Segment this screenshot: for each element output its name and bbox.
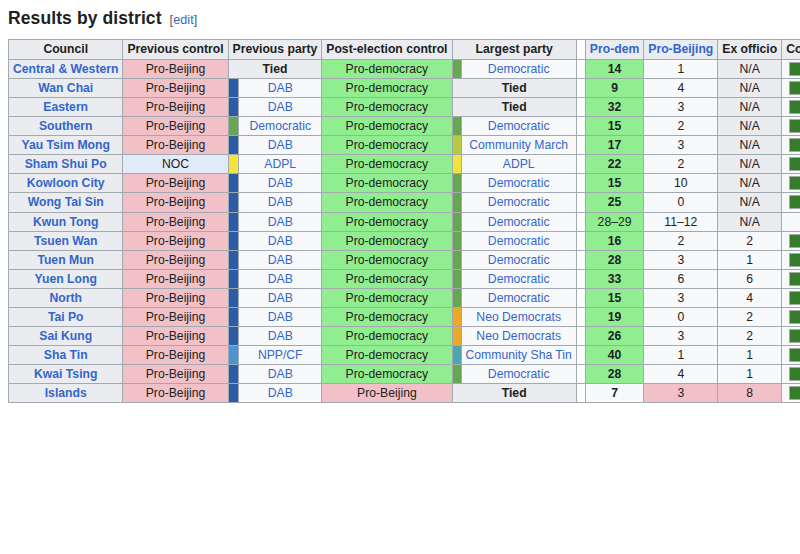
- previous-party-link[interactable]: Democratic: [249, 119, 311, 133]
- header-row: Council Previous control Previous party …: [9, 40, 800, 60]
- largest-party-link[interactable]: ADPL: [503, 157, 535, 171]
- previous-party-color-strip: [228, 79, 239, 98]
- council-link[interactable]: Kwai Tsing: [34, 367, 97, 381]
- previous-party-link[interactable]: NPP/CF: [258, 348, 303, 362]
- council-link[interactable]: Sham Shui Po: [25, 157, 107, 171]
- previous-party-link[interactable]: DAB: [268, 367, 293, 381]
- composition-bar: [789, 329, 800, 343]
- pro-dem-count-cell: 15: [585, 117, 643, 136]
- edit-link[interactable]: edit: [173, 13, 194, 27]
- pro-beijing-count-cell: 11–12: [644, 212, 718, 231]
- table-row: EasternPro-BeijingDABPro-democracyTied32…: [9, 98, 800, 117]
- council-cell: Wong Tai Sin: [9, 193, 123, 212]
- council-link[interactable]: Yau Tsim Mong: [21, 138, 109, 152]
- composition-bar: [789, 253, 800, 267]
- ex-officio-count-cell: N/A: [718, 136, 782, 155]
- composition-bar: [789, 348, 800, 362]
- previous-party-link[interactable]: DAB: [268, 310, 293, 324]
- pro-dem-count-cell: 28–29: [585, 212, 643, 231]
- composition-bar: [789, 367, 800, 381]
- previous-party-color-strip: [228, 98, 239, 117]
- pro-dem-count-cell: 15: [585, 174, 643, 193]
- council-link[interactable]: Sai Kung: [39, 329, 92, 343]
- header-previous-party: Previous party: [228, 40, 322, 60]
- council-link[interactable]: North: [49, 291, 82, 305]
- largest-party-link[interactable]: Democratic: [488, 119, 550, 133]
- previous-party-link[interactable]: DAB: [268, 253, 293, 267]
- previous-party-link[interactable]: DAB: [268, 291, 293, 305]
- largest-party-link[interactable]: Democratic: [488, 215, 550, 229]
- largest-party-cell: ADPL: [461, 155, 576, 174]
- council-cell: North: [9, 288, 123, 307]
- spacer-cell: [576, 117, 585, 136]
- largest-party-color-strip: [452, 231, 461, 250]
- council-link[interactable]: Islands: [45, 386, 87, 400]
- post-election-control-cell: Pro-democracy: [322, 117, 452, 136]
- post-election-control-cell: Pro-democracy: [322, 98, 452, 117]
- largest-party-link[interactable]: Community March: [469, 138, 568, 152]
- pro-beijing-count-cell: 2: [644, 231, 718, 250]
- previous-control-cell: Pro-Beijing: [123, 174, 228, 193]
- previous-party-link[interactable]: DAB: [268, 329, 293, 343]
- council-link[interactable]: Tai Po: [48, 310, 84, 324]
- previous-party-link[interactable]: DAB: [268, 386, 293, 400]
- previous-party-color-strip: [228, 269, 239, 288]
- largest-party-cell: Community March: [461, 136, 576, 155]
- previous-party-link[interactable]: DAB: [268, 176, 293, 190]
- largest-party-link[interactable]: Democratic: [488, 367, 550, 381]
- post-election-control-cell: Pro-democracy: [322, 155, 452, 174]
- largest-party-color-strip: [452, 288, 461, 307]
- council-link[interactable]: Yuen Long: [35, 272, 97, 286]
- council-link[interactable]: Wong Tai Sin: [28, 195, 104, 209]
- largest-party-link[interactable]: Democratic: [488, 272, 550, 286]
- council-link[interactable]: Kowloon City: [27, 176, 105, 190]
- largest-party-color-strip: [452, 345, 461, 364]
- previous-party-link[interactable]: DAB: [268, 100, 293, 114]
- council-link[interactable]: Tuen Mun: [37, 253, 94, 267]
- header-previous-control: Previous control: [123, 40, 228, 60]
- pro-beijing-count-cell: 6: [644, 269, 718, 288]
- largest-party-link[interactable]: Democratic: [488, 234, 550, 248]
- council-link[interactable]: Southern: [39, 119, 93, 133]
- pro-beijing-link[interactable]: Pro-Beijing: [648, 42, 713, 56]
- largest-party-link[interactable]: Neo Democrats: [476, 329, 561, 343]
- composition-bar: [789, 176, 800, 190]
- previous-party-link[interactable]: DAB: [268, 234, 293, 248]
- previous-party-link[interactable]: DAB: [268, 215, 293, 229]
- previous-party-color-strip: [228, 193, 239, 212]
- spacer-cell: [576, 326, 585, 345]
- council-link[interactable]: Wan Chai: [38, 81, 93, 95]
- council-cell: Sha Tin: [9, 345, 123, 364]
- page-title: Results by district[edit]: [8, 8, 800, 29]
- table-row: Tuen MunPro-BeijingDABPro-democracyDemoc…: [9, 250, 800, 269]
- council-link[interactable]: Sha Tin: [44, 348, 88, 362]
- council-link[interactable]: Kwun Tong: [33, 215, 98, 229]
- council-link[interactable]: Central & Western: [13, 62, 118, 76]
- council-link[interactable]: Tsuen Wan: [34, 234, 98, 248]
- largest-party-link[interactable]: Neo Democrats: [476, 310, 561, 324]
- council-link[interactable]: Eastern: [43, 100, 88, 114]
- composition-cell: [782, 250, 800, 269]
- previous-control-cell: Pro-Beijing: [123, 231, 228, 250]
- results-by-district-table: Council Previous control Previous party …: [8, 39, 800, 403]
- largest-party-link[interactable]: Democratic: [488, 62, 550, 76]
- previous-party-link[interactable]: DAB: [268, 81, 293, 95]
- pro-dem-link[interactable]: Pro-dem: [590, 42, 639, 56]
- largest-party-link[interactable]: Democratic: [488, 176, 550, 190]
- largest-party-link[interactable]: Community Sha Tin: [466, 348, 572, 362]
- post-election-control-cell: Pro-democracy: [322, 174, 452, 193]
- previous-party-link[interactable]: DAB: [268, 138, 293, 152]
- largest-party-link[interactable]: Democratic: [488, 291, 550, 305]
- previous-party-color-strip: [228, 231, 239, 250]
- header-post-election-control: Post-election control: [322, 40, 452, 60]
- previous-party-link[interactable]: DAB: [268, 272, 293, 286]
- previous-party-link[interactable]: DAB: [268, 195, 293, 209]
- spacer-cell: [576, 98, 585, 117]
- largest-party-link[interactable]: Democratic: [488, 195, 550, 209]
- previous-party-link[interactable]: ADPL: [264, 157, 296, 171]
- pro-beijing-count-cell: 2: [644, 155, 718, 174]
- largest-party-link[interactable]: Democratic: [488, 253, 550, 267]
- council-cell: Tuen Mun: [9, 250, 123, 269]
- pro-beijing-count-cell: 1: [644, 60, 718, 79]
- spacer-cell: [576, 212, 585, 231]
